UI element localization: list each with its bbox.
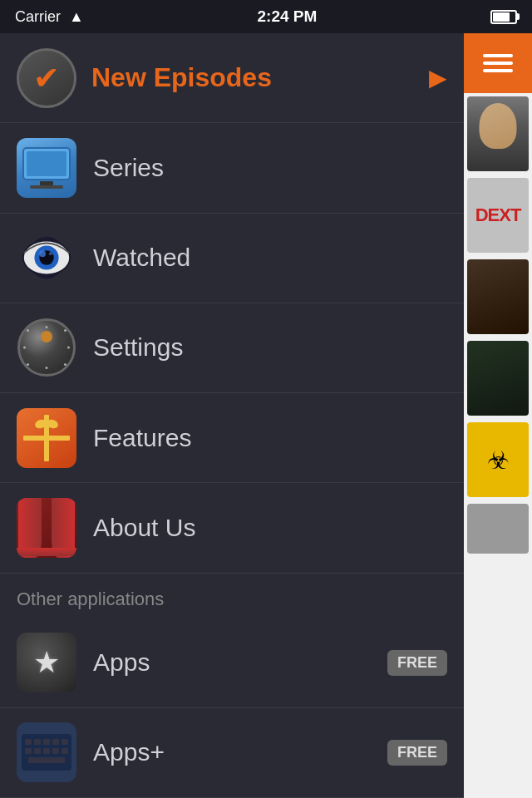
sidebar-thumb-2[interactable]: DEXT xyxy=(467,178,529,253)
svg-rect-19 xyxy=(52,748,59,754)
right-sidebar: DEXT ☣ xyxy=(464,33,532,798)
svg-rect-20 xyxy=(62,748,68,754)
thumb-person-img xyxy=(467,96,529,171)
sidebar-thumb-4[interactable] xyxy=(467,341,529,416)
series-icon xyxy=(17,138,76,198)
sidebar-item-appsp[interactable]: Apps+ FREE xyxy=(0,708,464,798)
svg-rect-1 xyxy=(27,151,66,176)
svg-rect-21 xyxy=(28,757,65,763)
watched-label: Watched xyxy=(93,244,447,272)
eye-svg xyxy=(17,229,76,287)
settings-label: Settings xyxy=(93,333,447,362)
svg-rect-14 xyxy=(52,739,59,745)
new-episodes-title: New Episodes xyxy=(91,62,414,93)
carrier-label: Carrier xyxy=(15,8,61,26)
svg-rect-12 xyxy=(34,739,41,745)
new-episodes-icon: ✔ xyxy=(17,48,76,108)
thumb-dexter-img: DEXT xyxy=(467,178,529,253)
series-label: Series xyxy=(93,154,447,182)
sidebar-thumb-5[interactable]: ☣ xyxy=(467,422,529,497)
appsp-icon xyxy=(17,722,76,782)
svg-rect-13 xyxy=(43,739,50,745)
thumb-bottom-img xyxy=(467,504,529,554)
sidebar-thumb-1[interactable] xyxy=(467,96,529,171)
wifi-icon: ▲ xyxy=(69,8,84,26)
svg-rect-15 xyxy=(62,739,68,745)
svg-rect-16 xyxy=(25,748,32,754)
thumb-bb-img xyxy=(467,341,529,416)
sidebar-item-features[interactable]: Features xyxy=(0,393,464,483)
svg-rect-18 xyxy=(43,748,50,754)
knob-outer xyxy=(17,318,76,377)
sidebar-item-apps[interactable]: ★ Apps FREE xyxy=(0,618,464,708)
sidebar-thumb-6[interactable] xyxy=(467,504,529,554)
dexter-text: DEXT xyxy=(475,204,521,226)
features-label: Features xyxy=(93,424,447,452)
sidebar-thumb-3[interactable] xyxy=(467,259,529,334)
thumb-dark-img xyxy=(467,259,529,334)
svg-point-8 xyxy=(39,250,46,257)
menu-panel: ✔ New Episodes ▶ Series xyxy=(0,33,464,798)
tv-svg xyxy=(17,138,76,198)
new-episodes-header[interactable]: ✔ New Episodes ▶ xyxy=(0,33,464,123)
svg-rect-2 xyxy=(40,181,53,185)
watched-icon xyxy=(17,228,76,288)
sidebar-item-settings[interactable]: Settings xyxy=(0,303,464,393)
status-bar-right xyxy=(490,10,517,24)
sidebar-item-watched[interactable]: Watched xyxy=(0,214,464,303)
thumb-face xyxy=(480,103,517,149)
thumb-hazmat-img: ☣ xyxy=(467,422,529,497)
apps-label: Apps xyxy=(93,648,371,677)
about-label: About Us xyxy=(93,514,447,542)
curtain-bottom xyxy=(17,548,76,556)
other-apps-header: Other applications xyxy=(0,574,464,618)
apps-free-badge: FREE xyxy=(387,650,447,676)
battery-icon xyxy=(490,10,517,24)
svg-point-9 xyxy=(49,252,52,255)
checkmark-icon: ✔ xyxy=(33,60,60,96)
sidebar-item-series[interactable]: Series xyxy=(0,123,464,213)
hamburger-line-1 xyxy=(483,54,513,57)
play-icon[interactable]: ▶ xyxy=(429,64,447,91)
status-bar-left: Carrier ▲ xyxy=(15,8,84,26)
about-icon xyxy=(17,498,76,558)
svg-rect-17 xyxy=(34,748,41,754)
sidebar-item-about[interactable]: About Us xyxy=(0,483,464,573)
hamburger-line-3 xyxy=(483,69,513,72)
hamburger-menu-button[interactable] xyxy=(464,33,532,93)
main-container: ✔ New Episodes ▶ Series xyxy=(0,33,532,798)
svg-rect-11 xyxy=(25,739,32,745)
status-bar: Carrier ▲ 2:24 PM xyxy=(0,0,532,33)
hazmat-symbol: ☣ xyxy=(487,446,510,475)
apps-icon: ★ xyxy=(17,633,76,692)
hamburger-line-2 xyxy=(483,62,513,65)
clock: 2:24 PM xyxy=(258,7,318,26)
features-icon xyxy=(17,408,76,468)
appsp-free-badge: FREE xyxy=(387,740,447,766)
star-icon: ★ xyxy=(33,645,60,680)
keyboard-svg xyxy=(17,722,76,782)
settings-icon xyxy=(17,318,76,377)
svg-rect-3 xyxy=(30,185,63,189)
appsp-label: Apps+ xyxy=(93,738,371,766)
knob-indicator xyxy=(41,331,52,342)
